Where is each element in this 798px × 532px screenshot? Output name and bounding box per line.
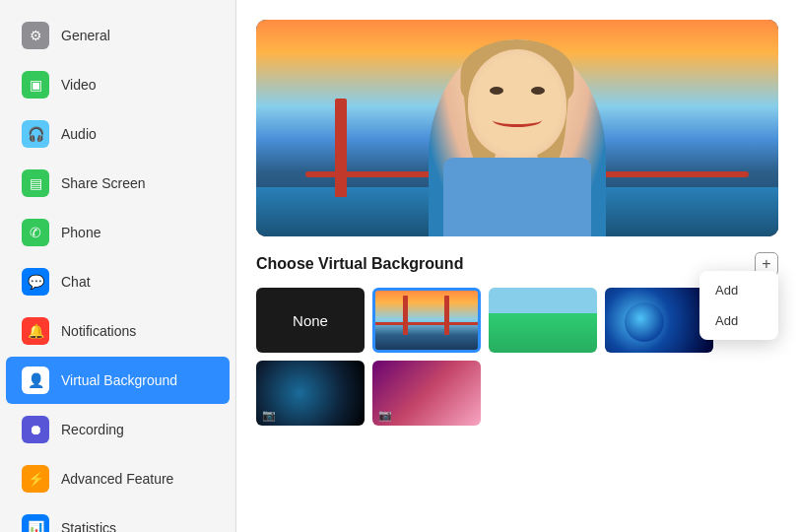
sidebar-item-notifications[interactable]: 🔔Notifications	[6, 307, 230, 355]
sidebar-item-phone[interactable]: ✆Phone	[6, 209, 230, 256]
sidebar-label-statistics: Statistics	[61, 520, 116, 532]
audio-icon: 🎧	[22, 120, 49, 148]
add-dropdown: Add Add	[699, 271, 778, 340]
face	[468, 49, 566, 158]
sidebar-item-video[interactable]: ▣Video	[6, 61, 230, 108]
sidebar-label-phone: Phone	[61, 225, 100, 240]
sidebar-item-general[interactable]: ⚙General	[6, 12, 230, 59]
bridge-tower-left	[335, 99, 347, 197]
bg-tower-left-mini	[403, 296, 408, 335]
virtual-background-preview	[256, 20, 778, 236]
bg-bridge[interactable]	[372, 288, 481, 353]
virtual-background-icon: 👤	[22, 366, 49, 394]
share-screen-icon: ▤	[22, 169, 49, 197]
bg-purple[interactable]: 📷	[372, 361, 481, 426]
sidebar: ⚙General▣Video🎧Audio▤Share Screen✆Phone💬…	[0, 0, 236, 532]
recording-icon: ⏺	[22, 416, 49, 443]
section-title: Choose Virtual Background	[256, 255, 463, 273]
choose-header: Choose Virtual Background +	[256, 252, 778, 276]
statistics-icon: 📊	[22, 514, 49, 532]
notifications-icon: 🔔	[22, 317, 49, 345]
sidebar-label-notifications: Notifications	[61, 323, 136, 339]
bg-tower-right-mini	[444, 296, 449, 335]
advanced-feature-icon: ⚡	[22, 465, 49, 493]
shirt	[443, 158, 591, 236]
sidebar-label-advanced-feature: Advanced Feature	[61, 471, 173, 487]
sidebar-item-share-screen[interactable]: ▤Share Screen	[6, 160, 230, 207]
bg-none[interactable]: None	[256, 288, 365, 353]
bg-earth[interactable]: 📷	[256, 361, 365, 426]
chat-icon: 💬	[22, 268, 49, 296]
dropdown-add-2[interactable]: Add	[699, 305, 778, 336]
eye-right	[531, 87, 545, 95]
sidebar-item-statistics[interactable]: 📊Statistics	[6, 504, 230, 532]
sidebar-item-audio[interactable]: 🎧Audio	[6, 110, 230, 158]
main-content: Choose Virtual Background + None 📷 📷 Add…	[236, 0, 798, 532]
eye-left	[490, 87, 503, 95]
sidebar-item-chat[interactable]: 💬Chat	[6, 258, 230, 305]
bg-grass[interactable]	[489, 288, 597, 353]
video-icon: ▣	[22, 71, 49, 99]
sidebar-item-recording[interactable]: ⏺Recording	[6, 406, 230, 453]
bg-bridge-deck-mini	[375, 322, 478, 325]
sidebar-label-virtual-background: Virtual Background	[61, 372, 177, 388]
sidebar-item-virtual-background[interactable]: 👤Virtual Background	[6, 357, 230, 404]
video-icon-earth: 📷	[262, 409, 276, 422]
dropdown-add-1[interactable]: Add	[699, 275, 778, 305]
sidebar-label-video: Video	[61, 77, 97, 93]
general-icon: ⚙	[22, 22, 49, 49]
sidebar-label-recording: Recording	[61, 422, 124, 437]
smile	[493, 113, 542, 127]
video-icon-purple: 📷	[378, 409, 392, 422]
sidebar-label-share-screen: Share Screen	[61, 175, 146, 191]
phone-icon: ✆	[22, 219, 49, 246]
sidebar-label-chat: Chat	[61, 274, 91, 290]
bg-none-label: None	[293, 312, 328, 329]
sidebar-label-general: General	[61, 28, 110, 43]
sidebar-item-advanced-feature[interactable]: ⚡Advanced Feature	[6, 455, 230, 502]
space-planet	[625, 302, 664, 342]
bg-space[interactable]	[605, 288, 713, 353]
sidebar-label-audio: Audio	[61, 126, 97, 142]
